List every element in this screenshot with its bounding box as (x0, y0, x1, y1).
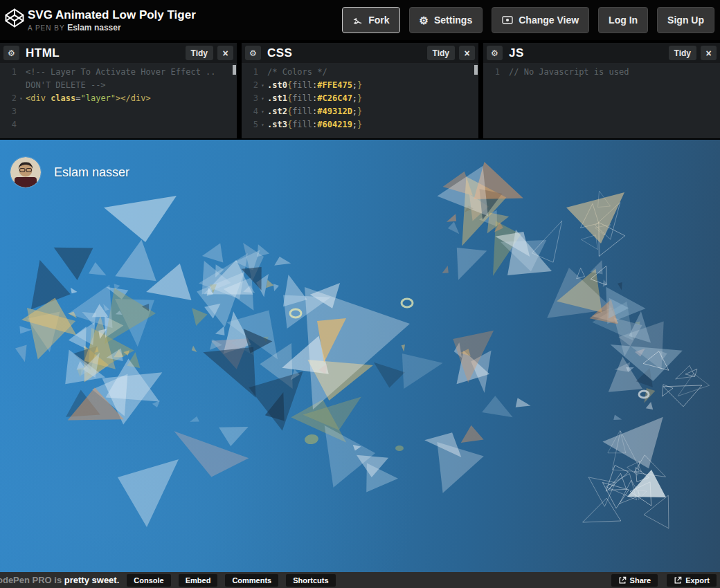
log-in-button[interactable]: Log In (598, 7, 648, 33)
css-close-icon[interactable]: × (459, 46, 475, 60)
fork-label: Fork (368, 15, 389, 26)
code-line: 3▾.st1{fill:#C26C47;} (242, 92, 478, 105)
fork-button[interactable]: Fork (342, 7, 399, 33)
avatar-image (10, 157, 41, 187)
css-panel-header: ⚙ CSS Tidy × (242, 43, 478, 63)
title-block: SVG Animated Low Poly Tiger A PEN BY Esl… (28, 9, 196, 33)
js-tidy-button[interactable]: Tidy (669, 46, 696, 60)
header-actions: Fork ⚙ Settings Change View Log In Sign … (342, 7, 714, 33)
shortcuts-button[interactable]: Shortcuts (286, 574, 335, 587)
console-button[interactable]: Console (127, 574, 170, 587)
log-in-label: Log In (609, 15, 638, 26)
js-code-area[interactable]: 1// No Javascript is used (483, 63, 720, 138)
low-poly-tiger-art (0, 140, 720, 572)
html-panel-header: ⚙ HTML Tidy × (0, 43, 237, 63)
export-label: Export (685, 576, 710, 585)
change-view-button[interactable]: Change View (492, 7, 589, 33)
settings-button[interactable]: ⚙ Settings (409, 7, 483, 33)
js-panel-title: JS (509, 46, 524, 60)
gear-icon: ⚙ (420, 15, 429, 26)
css-editor-panel: ⚙ CSS Tidy × 1/* Colors */2▾.st0{fill:#F… (242, 43, 478, 138)
code-line: 4 (0, 118, 237, 131)
code-line: 2▾.st0{fill:#FFE475;} (242, 79, 478, 92)
comments-button[interactable]: Comments (225, 574, 278, 587)
code-line: 4▾.st2{fill:#49312D;} (242, 105, 478, 118)
pro-message-dim: odePen PRO is (0, 575, 64, 585)
avatar[interactable] (10, 157, 41, 187)
html-code-area[interactable]: 1<!-- Layer To Activate Hover Effect ..D… (0, 63, 237, 138)
footer-bar: odePen PRO is pretty sweet. Console Embe… (0, 572, 720, 588)
editor-scrollbar[interactable] (474, 65, 478, 75)
html-editor-panel: ⚙ HTML Tidy × 1<!-- Layer To Activate Ho… (0, 43, 237, 138)
css-tidy-button[interactable]: Tidy (427, 46, 455, 60)
code-line: 3 (0, 105, 237, 118)
top-header: SVG Animated Low Poly Tiger A PEN BY Esl… (0, 0, 720, 40)
code-line: 2▾<div class="layer"></div> (0, 92, 237, 105)
code-line: 1/* Colors */ (242, 66, 478, 79)
html-settings-gear-icon[interactable]: ⚙ (3, 46, 19, 60)
css-settings-gear-icon[interactable]: ⚙ (245, 46, 261, 60)
pro-message: odePen PRO is pretty sweet. (0, 575, 119, 585)
sign-up-label: Sign Up (667, 15, 704, 26)
editor-row: ⚙ HTML Tidy × 1<!-- Layer To Activate Ho… (0, 40, 720, 140)
css-code-area[interactable]: 1/* Colors */2▾.st0{fill:#FFE475;}3▾.st1… (242, 63, 478, 138)
code-line: 1// No Javascript is used (483, 66, 720, 79)
embed-button[interactable]: Embed (179, 574, 218, 587)
editor-scrollbar[interactable] (233, 65, 236, 75)
pen-by-label: A PEN BY (28, 24, 64, 32)
pen-byline: A PEN BY Eslam nasser (28, 23, 196, 33)
html-close-icon[interactable]: × (217, 46, 233, 60)
share-label: Share (630, 576, 651, 585)
preview-author-row: Eslam nasser (10, 157, 129, 187)
view-icon (502, 15, 513, 26)
codepen-logo-icon[interactable] (4, 8, 25, 28)
fork-icon (352, 15, 363, 26)
preview-author-name[interactable]: Eslam nasser (54, 165, 129, 180)
share-icon (618, 576, 627, 585)
code-line: 5▾.st3{fill:#604219;} (242, 118, 478, 131)
change-view-label: Change View (519, 15, 579, 26)
export-icon (674, 576, 682, 585)
share-button[interactable]: Share (611, 574, 658, 587)
sign-up-button[interactable]: Sign Up (657, 7, 714, 33)
html-panel-title: HTML (26, 46, 60, 60)
settings-label: Settings (434, 15, 472, 26)
html-tidy-button[interactable]: Tidy (186, 46, 213, 60)
page-title: SVG Animated Low Poly Tiger (28, 9, 196, 21)
js-close-icon[interactable]: × (701, 46, 717, 60)
code-line: DON'T DELETE --> (0, 79, 237, 92)
export-button[interactable]: Export (667, 574, 717, 587)
js-editor-panel: ⚙ JS Tidy × 1// No Javascript is used (483, 43, 720, 138)
js-settings-gear-icon[interactable]: ⚙ (487, 46, 503, 60)
author-link[interactable]: Eslam nasser (67, 23, 120, 33)
js-panel-header: ⚙ JS Tidy × (483, 43, 720, 63)
css-panel-title: CSS (267, 46, 292, 60)
code-line: 1<!-- Layer To Activate Hover Effect .. (0, 66, 237, 79)
pro-message-bold: pretty sweet. (64, 575, 119, 585)
pen-preview[interactable]: Eslam nasser (0, 140, 720, 572)
